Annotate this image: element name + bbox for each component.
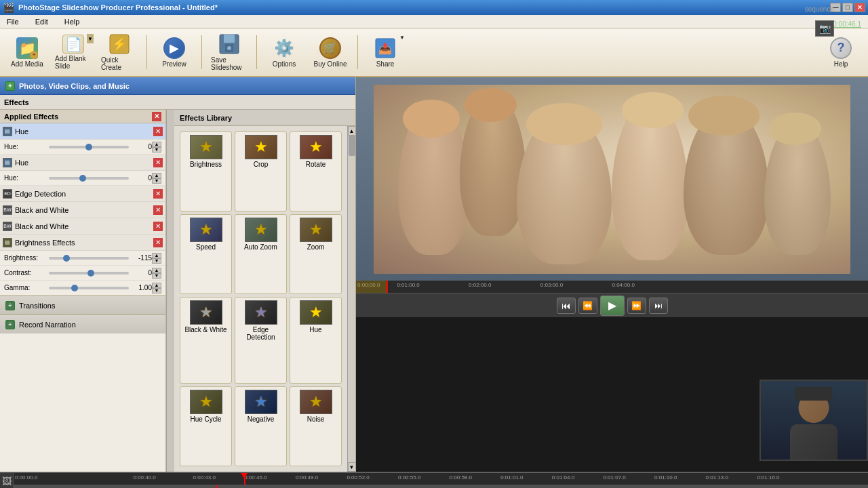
transitions-section[interactable]: + Transitions: [0, 296, 165, 314]
lib-scroll-track[interactable]: [348, 136, 356, 462]
effect-brightness[interactable]: ▤ Brightness Effects ✕: [0, 235, 165, 251]
effect-bw2[interactable]: BW Black and White ✕: [0, 218, 165, 235]
hue2-thumb[interactable]: [79, 175, 86, 182]
hue1-up[interactable]: ▲: [152, 142, 161, 147]
effect-cell-zoom-name: Zoom: [307, 243, 325, 251]
hue1-slider[interactable]: [49, 146, 129, 148]
gamma-spinner[interactable]: ▲ ▼: [152, 283, 161, 293]
effect-cell-rotate[interactable]: ★ Rotate: [290, 131, 342, 211]
remove-edge-button[interactable]: ✕: [153, 189, 163, 199]
transitions-expand[interactable]: +: [5, 301, 15, 310]
remove-brightness-button[interactable]: ✕: [153, 238, 163, 247]
effects-label: Effects: [4, 98, 29, 106]
effect-cell-hue[interactable]: ★ Hue: [290, 297, 342, 384]
effect-cell-negative[interactable]: ★ Negative: [235, 386, 287, 466]
hue2-up[interactable]: ▲: [152, 173, 161, 178]
effect-cell-zoom[interactable]: ★ Zoom: [290, 214, 342, 294]
brightness-up[interactable]: ▲: [152, 253, 161, 258]
gamma-slider[interactable]: [49, 287, 129, 289]
effect-edge[interactable]: ED Edge Detection ✕: [0, 186, 165, 202]
menu-file[interactable]: File: [3, 16, 23, 27]
library-header: Effects Library: [174, 110, 355, 126]
save-slideshow-button[interactable]: Save Slideshow: [208, 31, 251, 73]
remove-bw1-button[interactable]: ✕: [153, 205, 163, 215]
skip-to-end-button[interactable]: ⏭: [649, 298, 668, 314]
effect-hue2[interactable]: ▤ Hue ✕: [0, 155, 165, 171]
svg-rect-3: [224, 35, 235, 43]
effect-cell-bw[interactable]: ★ Black & White: [180, 297, 232, 384]
titlebar: 🎬 PhotoStage Slideshow Producer Professi…: [0, 0, 868, 15]
panel-expand-icon[interactable]: +: [5, 81, 15, 91]
clear-effects-button[interactable]: ✕: [152, 112, 161, 121]
close-button[interactable]: ✕: [854, 3, 865, 12]
lib-scroll-down[interactable]: ▼: [348, 462, 356, 472]
applied-effects-panel: Applied Effects ✕ ▤ Hue ✕ Hue: 0: [0, 110, 166, 472]
buy-online-button[interactable]: 🛒 Buy Online: [309, 31, 352, 73]
step-back-button[interactable]: ⏪: [578, 298, 597, 314]
maximize-button[interactable]: □: [842, 3, 853, 12]
quick-create-button[interactable]: ⚡ Quick Create: [98, 31, 141, 73]
effect-cell-brightness-name: Brightness: [190, 161, 222, 168]
hue1-spinner[interactable]: ▲ ▼: [152, 142, 161, 152]
contrast-slider[interactable]: [49, 272, 129, 274]
remove-hue2-button[interactable]: ✕: [153, 158, 163, 167]
brightness-spinner[interactable]: ▲ ▼: [152, 253, 161, 264]
menu-edit[interactable]: Edit: [31, 16, 52, 27]
lib-scroll-thumb[interactable]: [349, 136, 355, 156]
timeline-photo-icon[interactable]: 🖼: [2, 476, 12, 487]
ruler-time-3: 0:03:00.0: [540, 282, 563, 288]
preview-button[interactable]: ▶ Preview: [153, 31, 196, 73]
screenshot-button[interactable]: 📷: [815, 20, 834, 37]
hue1-down[interactable]: ▼: [152, 147, 161, 152]
gamma-down[interactable]: ▼: [152, 288, 161, 293]
applied-effects-scrollbar[interactable]: [166, 110, 174, 472]
narration-section[interactable]: + Record Narration: [0, 314, 165, 333]
share-button[interactable]: 📤 Share ▼: [363, 31, 407, 73]
contrast-spinner[interactable]: ▲ ▼: [152, 268, 161, 279]
contrast-thumb[interactable]: [87, 270, 94, 277]
narration-expand[interactable]: +: [5, 320, 15, 329]
playback-controls: ⏮ ⏪ ▶ ⏩ ⏭ sequence 0:00:46.1 📷: [356, 293, 868, 317]
brightness-down[interactable]: ▼: [152, 258, 161, 264]
remove-hue1-button[interactable]: ✕: [153, 127, 163, 136]
effect-cell-noise-name: Noise: [307, 415, 325, 423]
hue2-spinner[interactable]: ▲ ▼: [152, 173, 161, 184]
hue2-slider[interactable]: [49, 177, 129, 180]
gamma-thumb[interactable]: [71, 285, 78, 291]
contrast-down[interactable]: ▼: [152, 273, 161, 279]
effect-cell-speed[interactable]: ★ Speed: [180, 214, 232, 294]
hue2-slider-row: Hue: 0 ▲ ▼: [0, 171, 165, 186]
effect-cell-brightness[interactable]: ★ Brightness: [180, 131, 232, 211]
save-slideshow-label: Save Slideshow: [211, 56, 248, 71]
effect-cell-autozoom[interactable]: ★ Auto Zoom: [235, 214, 287, 294]
add-blank-slide-dropdown[interactable]: ▼: [87, 34, 94, 43]
lib-scroll-up[interactable]: ▲: [348, 126, 356, 136]
add-media-button[interactable]: 📁 + Add Media: [5, 31, 49, 73]
effect-cell-crop[interactable]: ★ Crop: [235, 131, 287, 211]
menu-help[interactable]: Help: [60, 16, 84, 27]
play-button[interactable]: ▶: [600, 296, 625, 316]
hue1-thumb[interactable]: [85, 144, 92, 150]
effect-cell-crop-name: Crop: [254, 161, 269, 168]
svg-point-5: [227, 46, 231, 50]
main-content: + Photos, Video Clips, and Music Effects…: [0, 77, 868, 472]
brightness-thumb[interactable]: [63, 255, 70, 262]
effect-cell-huecycle[interactable]: ★ Hue Cycle: [180, 386, 232, 466]
gamma-up[interactable]: ▲: [152, 283, 161, 288]
effect-cell-edge[interactable]: ★ Edge Detection: [235, 297, 287, 384]
options-button[interactable]: ⚙️ Options: [262, 31, 306, 73]
hue2-down[interactable]: ▼: [152, 178, 161, 184]
step-forward-button[interactable]: ⏩: [627, 298, 646, 314]
library-scrollbar[interactable]: ▲ ▼: [347, 126, 355, 472]
ruler-time-2: 0:02:00.0: [469, 282, 491, 288]
quick-create-label: Quick Create: [101, 56, 138, 71]
contrast-up[interactable]: ▲: [152, 268, 161, 273]
effect-hue1[interactable]: ▤ Hue ✕: [0, 123, 165, 140]
share-dropdown[interactable]: ▼: [399, 35, 405, 41]
effect-bw1[interactable]: BW Black and White ✕: [0, 202, 165, 218]
help-button[interactable]: ? Help: [819, 31, 863, 73]
remove-bw2-button[interactable]: ✕: [153, 222, 163, 231]
brightness-slider[interactable]: [49, 257, 129, 260]
skip-to-start-button[interactable]: ⏮: [557, 298, 576, 314]
effect-cell-noise[interactable]: ★ Noise: [290, 386, 342, 466]
